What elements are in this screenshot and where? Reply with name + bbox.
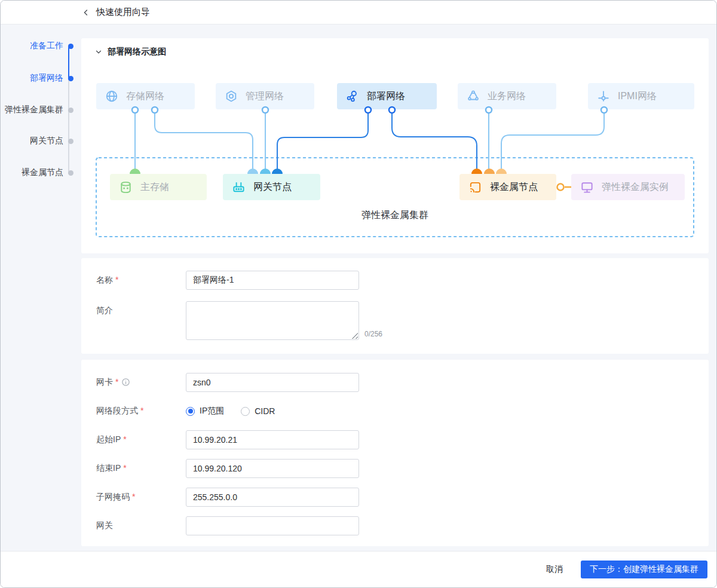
netmask-row: 子网掩码 xyxy=(96,488,694,507)
node-card-gateway: 网关节点 xyxy=(223,174,320,200)
gateway-label: 网关 xyxy=(96,520,113,531)
wizard-steps: 准备工作 部署网络 弹性裸金属集群 网关节点 裸金属节点 xyxy=(1,24,81,587)
basic-info-form: 名称 简介 0/256 xyxy=(81,258,709,354)
step-dot xyxy=(68,44,73,49)
nic-label: 网卡 xyxy=(96,377,118,388)
step-dot xyxy=(68,170,73,176)
name-input[interactable] xyxy=(186,271,359,290)
step-dot xyxy=(68,108,73,113)
name-field-row: 名称 xyxy=(96,271,694,290)
database-icon xyxy=(119,180,133,194)
network-card-deploy: 部署网络 xyxy=(337,83,437,109)
network-card-business: 业务网络 xyxy=(458,83,556,109)
node-card-baremetal: 裸金属节点 xyxy=(459,174,556,200)
step-item-elastic-baremetal-cluster[interactable]: 弹性裸金属集群 xyxy=(5,104,73,116)
step-item-deploy-network[interactable]: 部署网络 xyxy=(30,72,73,84)
start-ip-label: 起始IP xyxy=(96,434,127,445)
chevron-down-icon xyxy=(95,48,102,56)
wizard-header: 快速使用向导 xyxy=(1,1,716,24)
radio-cidr[interactable]: CIDR xyxy=(241,406,275,416)
nic-input[interactable] xyxy=(186,373,359,392)
nic-field-row: 网卡 xyxy=(96,373,694,392)
netmask-input[interactable] xyxy=(186,488,359,507)
segment-mode-row: 网络段方式 IP范围 CIDR xyxy=(96,402,694,421)
hex-nut-icon xyxy=(225,90,238,103)
cancel-button[interactable]: 取消 xyxy=(541,561,568,578)
description-label: 简介 xyxy=(96,305,113,316)
step-item-baremetal-node[interactable]: 裸金属节点 xyxy=(22,167,73,179)
network-card-ipmi: IPMI网络 xyxy=(588,83,694,109)
share-nodes-icon xyxy=(346,90,359,103)
node-card-instance: 弹性裸金属实例 xyxy=(571,174,685,200)
step-item-gateway-node[interactable]: 网关节点 xyxy=(30,135,73,147)
segment-mode-label: 网络段方式 xyxy=(96,406,143,416)
radio-dot xyxy=(186,407,195,416)
netmask-label: 子网掩码 xyxy=(96,492,135,503)
network-card-management: 管理网络 xyxy=(216,83,314,109)
description-field-row: 简介 0/256 xyxy=(96,301,694,340)
quick-start-wizard-window: 快速使用向导 准备工作 部署网络 弹性裸金属集群 网关节点 裸金属节点 xyxy=(0,0,717,588)
page-title: 快速使用向导 xyxy=(96,7,150,18)
cast-stream-icon xyxy=(468,180,482,194)
main-content: 部署网络示意图 xyxy=(81,24,709,546)
resize-grip-icon[interactable] xyxy=(351,332,358,339)
router-icon xyxy=(232,180,246,194)
chevron-left-icon xyxy=(82,8,90,17)
network-card-storage: 存储网络 xyxy=(96,83,195,109)
name-label: 名称 xyxy=(96,275,118,286)
char-counter: 0/256 xyxy=(364,330,382,340)
monitor-icon xyxy=(580,180,594,194)
globe-icon xyxy=(105,90,118,103)
step-item-preparation[interactable]: 准备工作 xyxy=(30,40,73,52)
wizard-footer: 取消 下一步：创建弹性裸金属集群 xyxy=(1,551,716,587)
step-dot xyxy=(68,139,73,144)
diagram-section-title: 部署网络示意图 xyxy=(108,47,166,57)
step-dot xyxy=(68,76,73,81)
ipmi-probe-icon xyxy=(597,90,610,103)
start-ip-row: 起始IP xyxy=(96,430,694,449)
end-ip-row: 结束IP xyxy=(96,459,694,478)
info-icon[interactable] xyxy=(121,378,130,387)
next-step-button[interactable]: 下一步：创建弹性裸金属集群 xyxy=(581,561,707,578)
end-ip-input[interactable] xyxy=(186,459,359,478)
gateway-input[interactable] xyxy=(186,516,359,535)
triad-network-icon xyxy=(467,90,480,103)
description-textarea[interactable] xyxy=(186,302,358,339)
end-ip-label: 结束IP xyxy=(96,463,127,474)
diagram-card: 部署网络示意图 xyxy=(81,38,709,253)
radio-dot xyxy=(241,407,250,416)
radio-ip-range[interactable]: IP范围 xyxy=(186,406,224,416)
network-config-form: 网卡 网络段方式 IP范围 CIDR xyxy=(81,360,709,546)
cluster-label: 弹性裸金属集群 xyxy=(96,209,694,222)
back-button[interactable]: 快速使用向导 xyxy=(82,7,150,18)
start-ip-input[interactable] xyxy=(186,430,359,449)
node-card-main-storage: 主存储 xyxy=(110,174,207,200)
diagram-section-toggle[interactable]: 部署网络示意图 xyxy=(95,47,166,57)
gateway-row: 网关 xyxy=(96,516,694,535)
